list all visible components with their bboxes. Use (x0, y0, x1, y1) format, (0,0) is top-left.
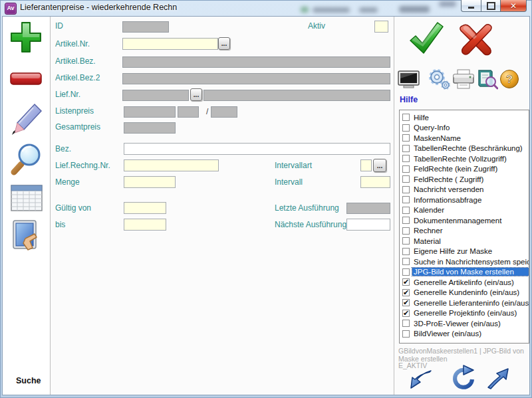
hilfe-option-label: 3D-ProE-Viewer (ein/aus) (412, 320, 502, 328)
hilfe-option-label: Informationsabfrage (412, 196, 483, 204)
hilfe-option[interactable]: Material (400, 236, 529, 247)
maximize-icon (487, 2, 495, 10)
checkbox-unchecked-icon[interactable] (402, 145, 410, 152)
title-bar[interactable]: Av Lieferantenpreise - wiederkehrende Re… (0, 0, 532, 16)
question-mark-icon: ? (499, 69, 519, 89)
print-button[interactable] (452, 69, 475, 89)
listenpreis-field (124, 106, 176, 118)
edit-button[interactable] (9, 102, 44, 138)
close-button[interactable]: ✕ (500, 0, 527, 12)
intervallart-field[interactable] (360, 159, 372, 171)
hilfe-option[interactable]: Suche in Nachrichtensystem speicl (400, 256, 529, 267)
naechste-ausfuehrung-label: Nächste Ausführung (275, 220, 346, 229)
checkbox-unchecked-icon[interactable] (402, 155, 410, 162)
checkbox-unchecked-icon[interactable] (402, 175, 410, 183)
close-icon: ✕ (510, 2, 517, 10)
maximize-button[interactable] (481, 0, 500, 12)
checkbox-unchecked-icon[interactable] (402, 114, 410, 121)
hilfe-option[interactable]: TabellenRechte (Beschränkung) (400, 144, 529, 154)
hilfe-option[interactable]: BildViewer (ein/aus) (400, 329, 529, 340)
bez-field[interactable] (124, 143, 390, 155)
pencil-icon (9, 102, 44, 138)
checkbox-unchecked-icon[interactable] (402, 320, 410, 327)
checkbox-unchecked-icon[interactable] (402, 196, 410, 203)
back-button[interactable] (409, 369, 433, 390)
cancel-button[interactable] (457, 22, 495, 56)
naechste-ausfuehrung-field[interactable] (346, 219, 390, 231)
checkbox-unchecked-icon[interactable] (402, 258, 410, 265)
bis-field[interactable] (124, 219, 166, 231)
checkmark-icon (406, 20, 446, 58)
select-record-button[interactable] (8, 219, 44, 254)
delete-button[interactable] (9, 71, 43, 87)
checkbox-checked-icon[interactable]: ✔ (402, 299, 410, 306)
hilfe-option-label: Generelle Artikelinfo (ein/aus) (412, 278, 515, 286)
gueltig-von-field[interactable] (124, 202, 166, 214)
hilfe-option[interactable]: Eigene Hilfe zur Maske (400, 247, 529, 257)
hilfe-option-label: MaskenName (412, 134, 462, 142)
hilfe-option[interactable]: FeldRechte (kein Zugriff) (400, 164, 529, 175)
search-button[interactable] (8, 140, 44, 176)
help-button[interactable]: ? (499, 69, 519, 89)
minimize-button[interactable] (461, 0, 481, 12)
checkbox-unchecked-icon[interactable] (402, 217, 410, 224)
hilfe-option[interactable]: Hilfe (400, 112, 529, 123)
forward-button[interactable] (485, 367, 510, 389)
lief-rechng-nr-label: Lief.Rechng.Nr. (55, 161, 110, 170)
refresh-button[interactable] (448, 365, 475, 390)
printer-icon (452, 69, 475, 89)
hilfe-option[interactable]: Rechner (400, 226, 529, 237)
checkbox-checked-icon[interactable]: ✔ (402, 289, 410, 296)
hilfe-option-label: Hilfe (412, 114, 430, 122)
lief-nr-browse-button[interactable]: ... (190, 88, 202, 101)
suche-label: Suche (16, 376, 41, 385)
hilfe-option[interactable]: ✔Generelle Projektinfo (ein/aus) (400, 308, 529, 319)
price-separator: / (206, 107, 208, 116)
listenpreis-label: Listenpreis (55, 106, 94, 116)
checkbox-unchecked-icon[interactable] (402, 124, 410, 132)
aktiv-field[interactable] (374, 21, 388, 33)
confirm-button[interactable] (406, 20, 446, 58)
hilfe-option[interactable]: ✔Generelle Lieferanteninfo (ein/aus) (400, 298, 529, 308)
artikel-nr-browse-button[interactable]: ... (218, 37, 230, 50)
hilfe-option[interactable]: ✔Generelle Artikelinfo (ein/aus) (400, 277, 529, 288)
hilfe-option[interactable]: Kalender (400, 205, 529, 216)
grid-view-button[interactable] (9, 183, 44, 213)
hilfe-option[interactable]: MaskenName (400, 133, 529, 144)
svg-text:?: ? (506, 73, 513, 86)
checkbox-checked-icon[interactable]: ✔ (402, 278, 410, 286)
menge-field[interactable] (124, 176, 176, 188)
checkbox-unchecked-icon[interactable] (402, 248, 410, 255)
checkbox-unchecked-icon[interactable] (402, 165, 410, 173)
lief-rechng-nr-field[interactable] (124, 159, 219, 171)
monitor-hand-icon (8, 219, 44, 254)
background-blur-blob (359, 7, 378, 13)
hilfe-option[interactable]: Query-Info (400, 123, 529, 134)
checkbox-unchecked-icon[interactable] (402, 186, 410, 193)
hilfe-option[interactable]: TabellenRechte (Vollzugriff) (400, 153, 529, 164)
hilfe-option[interactable]: Nachricht versenden (400, 185, 529, 195)
hilfe-option[interactable]: Informationsabfrage (400, 195, 529, 205)
add-button[interactable] (9, 20, 43, 54)
settings-button[interactable] (427, 68, 451, 90)
intervallart-browse-button[interactable]: ... (373, 159, 386, 172)
hilfe-option[interactable]: ✔Generelle Kundeninfo (ein/aus) (400, 288, 529, 298)
hilfe-option[interactable]: Dokumentenmanagement (400, 215, 529, 226)
hilfe-option[interactable]: JPG-Bild von Maske erstellen (400, 267, 529, 278)
hilfe-options-list[interactable]: HilfeQuery-InfoMaskenNameTabellenRechte … (399, 110, 529, 344)
checkbox-unchecked-icon[interactable] (402, 330, 410, 338)
lookup-button[interactable] (476, 68, 498, 90)
artikel-nr-field[interactable] (122, 38, 218, 50)
checkbox-unchecked-icon[interactable] (402, 237, 410, 245)
intervall-field[interactable] (360, 176, 390, 188)
checkbox-checked-icon[interactable]: ✔ (402, 310, 410, 317)
checkbox-unchecked-icon[interactable] (402, 227, 410, 235)
hilfe-option[interactable]: FeldRechte ( Zugriff) (400, 174, 529, 185)
checkbox-unchecked-icon[interactable] (402, 207, 410, 214)
book-magnifier-icon (476, 68, 498, 90)
hilfe-option[interactable]: 3D-ProE-Viewer (ein/aus) (400, 318, 529, 329)
circular-arrow-icon (448, 365, 475, 390)
checkbox-unchecked-icon[interactable] (402, 268, 410, 276)
screen-button[interactable] (398, 70, 420, 88)
checkbox-unchecked-icon[interactable] (402, 134, 410, 142)
